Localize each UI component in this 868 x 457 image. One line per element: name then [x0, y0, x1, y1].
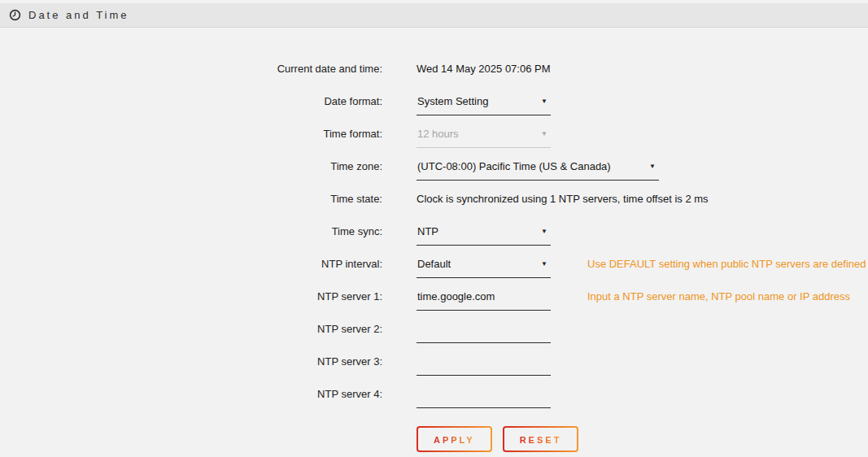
- ntp-server-2-input[interactable]: [417, 322, 551, 343]
- field-label: Time sync:: [0, 224, 382, 248]
- chevron-down-icon: ▼: [649, 159, 657, 173]
- select-value: NTP: [417, 224, 438, 238]
- field-label: Current date and time:: [0, 62, 382, 85]
- ntp-server-3-input[interactable]: [417, 355, 551, 376]
- ntp-interval-hint: Use DEFAULT setting when public NTP serv…: [587, 257, 866, 271]
- clock-icon: [9, 9, 21, 21]
- time-format-select: 12 hours ▼: [417, 127, 551, 148]
- date-format-row: Date format: System Setting ▼: [0, 85, 868, 118]
- time-sync-select[interactable]: NTP ▼: [417, 224, 551, 246]
- select-value: Default: [417, 257, 451, 271]
- chevron-down-icon: ▼: [541, 257, 549, 271]
- page-title: Date and Time: [28, 9, 129, 21]
- ntp-interval-select[interactable]: Default ▼: [417, 257, 551, 278]
- time-sync-row: Time sync: NTP ▼: [0, 215, 868, 248]
- ntp-server-1-input[interactable]: [417, 289, 551, 311]
- reset-button-label: RESET: [520, 435, 562, 445]
- field-label: Time format:: [0, 127, 382, 150]
- select-value: 12 hours: [417, 127, 459, 141]
- chevron-down-icon: ▼: [541, 94, 549, 108]
- current-datetime-row: Current date and time: Wed 14 May 2025 0…: [0, 53, 868, 85]
- select-value: (UTC-08:00) Pacific Time (US & Canada): [417, 159, 611, 173]
- date-format-select[interactable]: System Setting ▼: [417, 94, 551, 115]
- reset-button[interactable]: RESET: [503, 426, 579, 452]
- chevron-down-icon: ▼: [541, 127, 549, 141]
- ntp-server-4-input[interactable]: [417, 387, 551, 408]
- ntp-server-4-row: NTP server 4:: [0, 378, 868, 411]
- chevron-down-icon: ▼: [541, 224, 549, 238]
- timezone-row: Time zone: (UTC-08:00) Pacific Time (US …: [0, 150, 868, 183]
- time-state-row: Time state: Clock is synchronized using …: [0, 183, 868, 215]
- field-label: NTP server 4:: [0, 387, 382, 411]
- apply-button[interactable]: APPLY: [417, 426, 492, 452]
- time-state-value: Clock is synchronized using 1 NTP server…: [417, 192, 709, 206]
- field-label: NTP server 3:: [0, 355, 382, 378]
- ntp-server-1-row: NTP server 1: Input a NTP server name, N…: [0, 281, 868, 313]
- field-label: Time zone:: [0, 159, 382, 183]
- time-format-row: Time format: 12 hours ▼: [0, 118, 868, 150]
- field-label: Date format:: [0, 94, 382, 118]
- section-header: Date and Time: [0, 3, 868, 28]
- field-label: NTP server 1:: [0, 289, 382, 313]
- form-actions: APPLY RESET: [417, 426, 868, 452]
- ntp-interval-row: NTP interval: Default ▼ Use DEFAULT sett…: [0, 248, 868, 281]
- field-label: NTP server 2:: [0, 322, 382, 346]
- ntp-server-3-row: NTP server 3:: [0, 346, 868, 378]
- ntp-server-hint: Input a NTP server name, NTP pool name o…: [587, 289, 850, 303]
- select-value: System Setting: [417, 94, 488, 108]
- ntp-server-2-row: NTP server 2:: [0, 313, 868, 346]
- date-time-settings-page: Date and Time Current date and time: Wed…: [0, 3, 868, 457]
- timezone-select[interactable]: (UTC-08:00) Pacific Time (US & Canada) ▼: [417, 159, 659, 181]
- field-label: NTP interval:: [0, 257, 382, 281]
- current-datetime-value: Wed 14 May 2025 07:06 PM: [417, 62, 551, 76]
- field-label: Time state:: [0, 192, 382, 215]
- apply-button-label: APPLY: [434, 435, 475, 445]
- date-time-form: Current date and time: Wed 14 May 2025 0…: [0, 28, 868, 452]
